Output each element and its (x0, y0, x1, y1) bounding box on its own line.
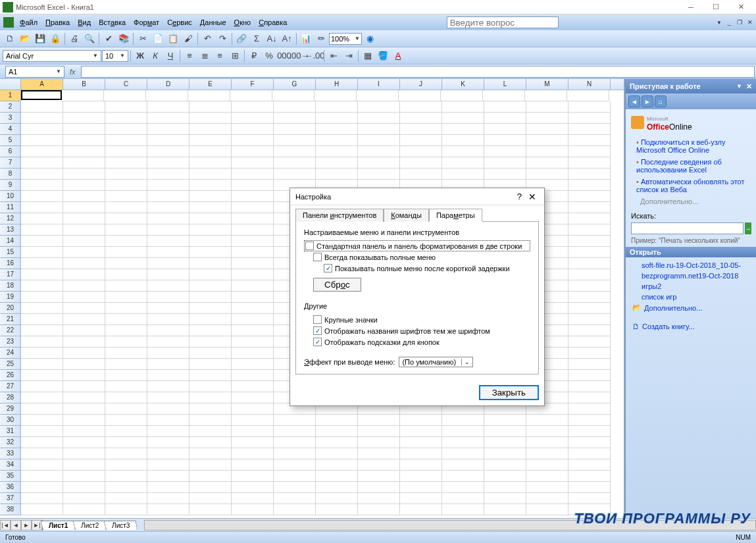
row-header[interactable]: 10 (0, 191, 21, 202)
chart-icon[interactable]: 📊 (299, 32, 313, 46)
cell[interactable] (21, 157, 63, 168)
cell[interactable] (316, 459, 358, 471)
paste-icon[interactable]: 📋 (166, 32, 180, 46)
cell[interactable] (21, 292, 63, 303)
cell[interactable] (189, 236, 232, 247)
cell[interactable] (21, 459, 63, 471)
cell[interactable] (358, 113, 400, 124)
cell[interactable] (147, 504, 189, 515)
cell[interactable] (63, 459, 105, 471)
cell[interactable] (525, 90, 567, 101)
cell[interactable] (63, 224, 105, 236)
hyperlink-icon[interactable]: 🔗 (234, 32, 249, 46)
increase-indent-icon[interactable]: ⇥ (341, 49, 356, 63)
menu-edit[interactable]: Правка (41, 17, 74, 28)
cell[interactable] (189, 292, 232, 303)
cell[interactable] (189, 482, 232, 493)
row-header[interactable]: 8 (0, 168, 21, 180)
cell[interactable] (105, 370, 147, 381)
cell[interactable] (232, 459, 274, 471)
cell[interactable] (21, 191, 63, 202)
cell[interactable] (63, 236, 105, 247)
cell[interactable] (442, 415, 484, 426)
permission-icon[interactable]: 🔒 (48, 32, 63, 46)
cell[interactable] (232, 202, 274, 213)
row-header[interactable]: 17 (0, 269, 21, 280)
cell[interactable] (316, 146, 358, 157)
cell[interactable] (147, 269, 189, 280)
row-header[interactable]: 15 (0, 247, 21, 258)
cell[interactable] (147, 459, 189, 471)
cell[interactable] (399, 90, 441, 101)
cell[interactable] (274, 124, 316, 135)
cell[interactable] (316, 426, 358, 437)
cell[interactable] (189, 381, 232, 392)
cell[interactable] (400, 459, 442, 471)
cell[interactable] (105, 381, 147, 392)
bold-icon[interactable]: Ж (133, 49, 147, 63)
mdi-minimize[interactable]: _ (724, 18, 734, 27)
cell[interactable] (189, 314, 232, 325)
cell[interactable] (21, 448, 63, 459)
taskpane-dropdown-icon[interactable]: ▼ (736, 83, 742, 90)
cell[interactable] (568, 146, 611, 157)
cell[interactable] (568, 180, 611, 191)
cell[interactable] (442, 504, 484, 515)
cell[interactable] (62, 90, 104, 101)
menu-view[interactable]: Вид (74, 17, 95, 28)
link-connect-online[interactable]: Подключиться к веб-узлу Microsoft Office… (636, 138, 726, 154)
column-header[interactable]: K (442, 79, 484, 90)
cell[interactable] (21, 90, 62, 100)
cell[interactable] (568, 459, 611, 471)
cell[interactable] (568, 213, 611, 224)
formula-input[interactable] (81, 66, 755, 78)
checkbox-large-icons[interactable] (313, 315, 322, 324)
cell[interactable] (526, 124, 568, 135)
cell[interactable] (232, 392, 274, 403)
cell[interactable] (358, 426, 400, 437)
cell[interactable] (21, 325, 63, 336)
cell[interactable] (189, 348, 232, 359)
cell[interactable] (232, 258, 274, 269)
cell[interactable] (189, 415, 232, 426)
cell[interactable] (274, 146, 316, 157)
cell[interactable] (526, 482, 568, 493)
cell[interactable] (568, 236, 611, 247)
sort-asc-icon[interactable]: A↓ (265, 32, 279, 46)
cell[interactable] (316, 101, 358, 113)
cell[interactable] (358, 124, 400, 135)
link-auto-update[interactable]: Автоматически обновлять этот список из В… (636, 178, 744, 194)
cell[interactable] (232, 381, 274, 392)
cell[interactable] (568, 336, 611, 348)
cell[interactable] (232, 336, 274, 348)
currency-icon[interactable]: ₽ (247, 49, 261, 63)
row-header[interactable]: 34 (0, 459, 21, 471)
cell[interactable] (105, 191, 147, 202)
cell[interactable] (400, 482, 442, 493)
merge-center-icon[interactable]: ⊞ (228, 49, 242, 63)
row-header[interactable]: 23 (0, 336, 21, 348)
cell[interactable] (63, 336, 105, 348)
cell[interactable] (63, 124, 105, 135)
cell[interactable] (315, 90, 357, 101)
autosum-icon[interactable]: Σ (249, 32, 264, 46)
cell[interactable] (63, 415, 105, 426)
cell[interactable] (232, 314, 274, 325)
cell[interactable] (274, 135, 316, 146)
row-header[interactable]: 6 (0, 146, 21, 157)
cell[interactable] (400, 448, 442, 459)
cell[interactable] (21, 504, 63, 515)
row-header[interactable]: 21 (0, 314, 21, 325)
cell[interactable] (568, 202, 611, 213)
cell[interactable] (21, 113, 63, 124)
cell[interactable] (484, 101, 526, 113)
copy-icon[interactable]: 📄 (151, 32, 165, 46)
row-header[interactable]: 36 (0, 482, 21, 493)
cell[interactable] (568, 247, 611, 258)
cell[interactable] (63, 471, 105, 482)
row-header[interactable]: 7 (0, 157, 21, 168)
name-box[interactable]: A1▼ (5, 66, 64, 78)
fill-color-icon[interactable]: 🪣 (376, 49, 390, 63)
cell[interactable] (63, 493, 105, 504)
cell[interactable] (568, 135, 611, 146)
